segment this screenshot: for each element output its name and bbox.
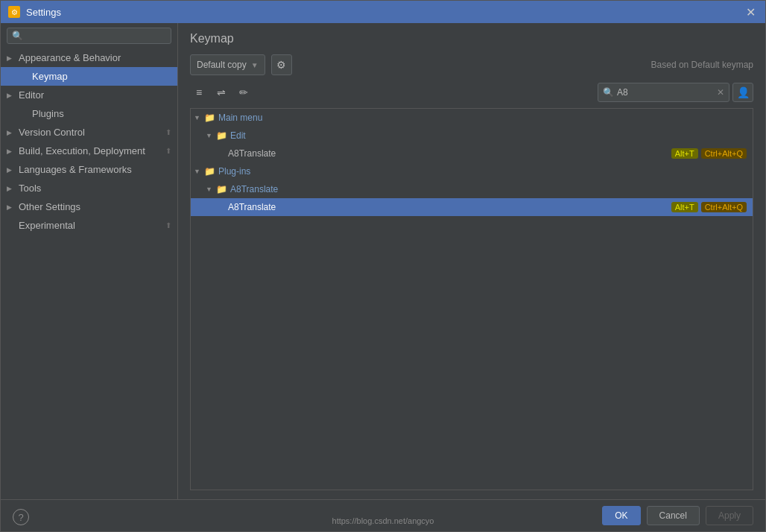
sidebar-search-input[interactable] xyxy=(26,31,166,41)
sidebar-label-othersettings: Other Settings xyxy=(19,201,80,212)
sidebar-label-tools: Tools xyxy=(19,183,41,194)
sidebar-search-icon: 🔍 xyxy=(12,31,23,41)
help-icon: ? xyxy=(18,512,23,523)
tree-label-a8translate-action: A8Translate xyxy=(228,202,276,212)
keymap-dropdown[interactable]: Default copy ▼ xyxy=(190,54,265,75)
ok-button[interactable]: OK xyxy=(602,506,640,525)
sidebar-item-tools[interactable]: ▶Tools xyxy=(1,179,177,197)
close-button[interactable]: ✕ xyxy=(743,4,758,19)
shortcut-tags-a8translate-action: Alt+TCtrl+Alt+Q xyxy=(671,202,747,212)
sidebar-item-appearance[interactable]: ▶Appearance & Behavior xyxy=(1,48,177,67)
shortcut-tag-a8translate-action-1: Ctrl+Alt+Q xyxy=(701,202,747,212)
tree-row-edit[interactable]: ▼📁Edit xyxy=(191,127,753,145)
search-clear-button[interactable]: ✕ xyxy=(717,87,724,98)
settings-dialog: ⚙ Settings ✕ 🔍 ▶Appearance & BehaviorKey… xyxy=(0,0,766,532)
folder-icon-edit: 📁 xyxy=(216,130,227,141)
toolbar-row: ≡ ⇌ ✏ 🔍 ✕ 👤 xyxy=(190,83,753,102)
sidebar-label-versioncontrol: Version Control xyxy=(19,127,85,138)
sidebar-label-keymap: Keymap xyxy=(32,71,68,82)
person-icon: 👤 xyxy=(737,86,750,98)
sidebar-label-experimental: Experimental xyxy=(19,220,75,231)
tree-arrow-a8translate-folder: ▼ xyxy=(206,186,216,193)
collapse-all-button[interactable]: ⇌ xyxy=(212,83,230,101)
sidebar-label-editor: Editor xyxy=(19,89,44,101)
sidebar-label-languages: Languages & Frameworks xyxy=(19,164,132,175)
sidebar-arrow-tools: ▶ xyxy=(7,185,16,192)
expand-all-icon: ≡ xyxy=(196,86,202,98)
sidebar-item-languages[interactable]: ▶Languages & Frameworks xyxy=(1,160,177,179)
folder-icon-a8translate-folder: 📁 xyxy=(216,184,227,194)
tree-arrow-mainmenu: ▼ xyxy=(194,114,204,121)
edit-button[interactable]: ✏ xyxy=(235,83,253,101)
shortcut-tag-a8translate-action-0: Alt+T xyxy=(671,202,698,212)
sidebar-items-container: ▶Appearance & BehaviorKeymap▶EditorPlugi… xyxy=(1,48,177,235)
help-button[interactable]: ? xyxy=(13,509,29,525)
collapse-all-icon: ⇌ xyxy=(217,86,226,98)
search-right-wrap: 🔍 ✕ 👤 xyxy=(598,83,753,102)
sidebar-label-plugins: Plugins xyxy=(32,108,64,119)
tree-row-plugins[interactable]: ▼📁Plug-ins xyxy=(191,162,753,180)
tree-label-a8translate-folder: A8Translate xyxy=(230,184,278,194)
dropdown-arrow-icon: ▼ xyxy=(251,61,259,69)
folder-icon-mainmenu: 📁 xyxy=(204,113,215,123)
tree-label-mainmenu: Main menu xyxy=(218,113,262,123)
apply-button[interactable]: Apply xyxy=(706,506,753,525)
footer: ? https://blog.csdn.net/angcyo OK Cancel… xyxy=(1,499,765,531)
sidebar-item-othersettings[interactable]: ▶Other Settings xyxy=(1,197,177,216)
gear-icon: ⚙ xyxy=(276,59,286,71)
title-bar-left: ⚙ Settings xyxy=(8,6,61,18)
tree-area: ▼📁Main menu▼📁EditA8TranslateAlt+TCtrl+Al… xyxy=(190,108,753,490)
sidebar-arrow-versioncontrol: ▶ xyxy=(7,129,16,136)
shortcut-tag-a8translate-edit-1: Ctrl+Alt+Q xyxy=(701,148,747,159)
edit-icon: ✏ xyxy=(239,86,248,98)
footer-url: https://blog.csdn.net/angcyo xyxy=(332,516,434,525)
shortcut-tags-a8translate-edit: Alt+TCtrl+Alt+Q xyxy=(671,148,747,159)
tree-row-a8translate-action[interactable]: A8TranslateAlt+TCtrl+Alt+Q xyxy=(191,198,753,216)
tree-label-plugins: Plug-ins xyxy=(218,166,250,177)
folder-icon-plugins: 📁 xyxy=(204,166,215,177)
sidebar-search-box: 🔍 xyxy=(1,23,177,48)
sidebar-item-versioncontrol[interactable]: ▶Version Control⬆ xyxy=(1,123,177,142)
right-panel: Keymap Default copy ▼ ⚙ Based on Default… xyxy=(178,23,765,499)
sidebar-item-plugins[interactable]: Plugins xyxy=(1,104,177,123)
tree-label-edit: Edit xyxy=(230,130,246,141)
sidebar-label-build: Build, Execution, Deployment xyxy=(19,145,145,156)
sidebar-arrow-languages: ▶ xyxy=(7,166,16,174)
app-icon: ⚙ xyxy=(8,6,20,18)
panel-title: Keymap xyxy=(190,32,753,45)
tree-arrow-edit: ▼ xyxy=(206,132,216,139)
dialog-title: Settings xyxy=(26,7,61,18)
person-button[interactable]: 👤 xyxy=(732,83,753,102)
sidebar-arrow-appearance: ▶ xyxy=(7,54,16,62)
sidebar-item-build[interactable]: ▶Build, Execution, Deployment⬆ xyxy=(1,142,177,160)
tree-row-a8translate-edit[interactable]: A8TranslateAlt+TCtrl+Alt+Q xyxy=(191,145,753,162)
dropdown-wrap: Default copy ▼ xyxy=(190,54,265,75)
cancel-button[interactable]: Cancel xyxy=(647,506,700,525)
expand-all-button[interactable]: ≡ xyxy=(190,83,208,101)
based-on-label: Based on Default keymap xyxy=(651,60,753,70)
title-bar: ⚙ Settings ✕ xyxy=(1,1,765,23)
sidebar-external-icon-experimental: ⬆ xyxy=(165,221,171,229)
sidebar-arrow-build: ▶ xyxy=(7,148,16,155)
tree-row-a8translate-folder[interactable]: ▼📁A8Translate xyxy=(191,180,753,198)
sidebar-label-appearance: Appearance & Behavior xyxy=(19,52,121,63)
tree-row-mainmenu[interactable]: ▼📁Main menu xyxy=(191,109,753,127)
gear-button[interactable]: ⚙ xyxy=(271,54,292,75)
shortcut-tag-a8translate-edit-0: Alt+T xyxy=(671,148,698,159)
sidebar-arrow-othersettings: ▶ xyxy=(7,203,16,211)
tree-rows-container: ▼📁Main menu▼📁EditA8TranslateAlt+TCtrl+Al… xyxy=(191,109,753,216)
sidebar-search-wrap[interactable]: 🔍 xyxy=(7,28,171,44)
sidebar-item-editor[interactable]: ▶Editor xyxy=(1,86,177,104)
sidebar-arrow-editor: ▶ xyxy=(7,92,16,99)
tree-arrow-plugins: ▼ xyxy=(194,168,204,175)
sidebar: 🔍 ▶Appearance & BehaviorKeymap▶EditorPlu… xyxy=(1,23,178,499)
keymap-search-icon: 🔍 xyxy=(603,87,614,98)
sidebar-external-icon-build: ⬆ xyxy=(165,147,171,155)
sidebar-item-keymap[interactable]: Keymap xyxy=(1,67,177,86)
keymap-top-bar: Default copy ▼ ⚙ Based on Default keymap xyxy=(190,54,753,75)
keymap-search-wrap[interactable]: 🔍 ✕ xyxy=(598,83,729,102)
tree-label-a8translate-edit: A8Translate xyxy=(228,148,276,159)
sidebar-item-experimental[interactable]: Experimental⬆ xyxy=(1,216,177,235)
main-content: 🔍 ▶Appearance & BehaviorKeymap▶EditorPlu… xyxy=(1,23,765,499)
keymap-search-input[interactable] xyxy=(617,87,714,98)
